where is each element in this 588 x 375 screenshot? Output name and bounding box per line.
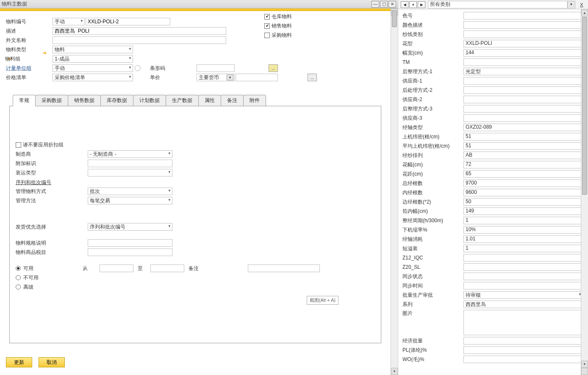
- tab-inventory[interactable]: 库存数据: [100, 95, 133, 106]
- addl-id-input[interactable]: [88, 160, 172, 167]
- attr-value-input[interactable]: XXLD-POLI: [463, 40, 584, 47]
- ship-priority-select[interactable]: 序列和批次编号▼: [88, 223, 172, 231]
- attr-value-input[interactable]: [463, 254, 584, 262]
- tab-purchase[interactable]: 采购数据: [35, 95, 68, 106]
- tab-attachments[interactable]: 附件: [243, 95, 266, 106]
- attr-value-input[interactable]: 9700: [463, 179, 584, 187]
- minimize-button[interactable]: —: [372, 1, 379, 8]
- attr-value-input[interactable]: [463, 86, 584, 94]
- label-uom-group[interactable]: 计量单位组: [6, 65, 53, 72]
- scroll-thumb[interactable]: [392, 10, 397, 27]
- attr-value-input[interactable]: [463, 21, 584, 29]
- attr-value-input[interactable]: [463, 96, 584, 103]
- attr-value-input[interactable]: [463, 356, 584, 363]
- right-scrollbar[interactable]: ▲ ▼: [581, 9, 588, 375]
- attr-row: 经轴消耗1.01: [401, 234, 585, 244]
- warehouse-checkbox[interactable]: [264, 14, 270, 19]
- scroll-down-icon[interactable]: ▼: [581, 361, 588, 368]
- attr-value-input[interactable]: [463, 30, 584, 38]
- sales-checkbox[interactable]: [264, 23, 270, 29]
- no-discount-checkbox[interactable]: [16, 142, 21, 148]
- material-group-link-icon[interactable]: ➔: [42, 50, 47, 56]
- scroll-up-icon[interactable]: ▲: [581, 9, 588, 17]
- uom-indicator-icon[interactable]: [135, 65, 141, 71]
- attr-value-input[interactable]: 光定型: [463, 68, 584, 75]
- manage-method-select[interactable]: 每笔交易▼: [88, 197, 172, 204]
- material-no-input[interactable]: [86, 18, 170, 25]
- left-scrollbar[interactable]: ▲ ▼: [391, 8, 398, 375]
- radio-unavailable[interactable]: [16, 275, 21, 280]
- nav-next-button[interactable]: ▶: [418, 1, 425, 8]
- material-group-select[interactable]: 1-成品▼: [53, 55, 133, 63]
- size-grip-icon[interactable]: [581, 368, 588, 375]
- attr-value-input[interactable]: [463, 310, 584, 335]
- attr-value-input[interactable]: 65: [463, 170, 584, 178]
- attr-value-input[interactable]: AB: [463, 152, 584, 159]
- manage-by-select[interactable]: 批次▼: [88, 188, 172, 195]
- attr-value-input[interactable]: [463, 114, 584, 122]
- attr-value-input[interactable]: 待审核▼: [463, 291, 584, 299]
- update-button[interactable]: 更新: [6, 357, 32, 367]
- close-button[interactable]: ✕: [388, 1, 396, 8]
- barcode-input[interactable]: [197, 64, 235, 72]
- to-input[interactable]: [150, 265, 184, 272]
- unit-price-input[interactable]: [236, 74, 278, 81]
- tab-production[interactable]: 生产数据: [166, 95, 199, 106]
- attr-value-input[interactable]: 51: [463, 142, 584, 150]
- attr-value-input[interactable]: 西西里岛: [463, 301, 584, 308]
- tab-planning[interactable]: 计划数据: [133, 95, 166, 106]
- attr-value-input[interactable]: [463, 58, 584, 66]
- attr-value-input[interactable]: 149: [463, 207, 584, 215]
- tab-remarks[interactable]: 备注: [221, 95, 244, 106]
- attr-row: 整经周期(h/300m)1: [401, 216, 585, 225]
- scroll-down-icon[interactable]: ▼: [391, 368, 398, 375]
- tab-attributes[interactable]: 属性: [198, 95, 221, 106]
- barcode-lookup-button[interactable]: ...: [269, 64, 278, 72]
- from-input[interactable]: [100, 265, 133, 272]
- price-list-select[interactable]: 采购价格清单▼: [53, 74, 133, 81]
- attr-value-input[interactable]: 72: [463, 161, 584, 168]
- label-manage-method: 管理方法: [16, 197, 88, 204]
- attr-value-input[interactable]: [463, 77, 584, 85]
- radio-advanced[interactable]: [16, 284, 21, 290]
- attr-value-input[interactable]: [463, 263, 584, 271]
- uom-group-select[interactable]: 手动▼: [53, 64, 133, 72]
- attr-value-input[interactable]: 10%: [463, 226, 584, 234]
- attr-value-input[interactable]: [463, 282, 584, 290]
- tab-general[interactable]: 常规: [13, 95, 36, 106]
- purchase-checkbox[interactable]: [264, 33, 270, 38]
- attr-value-input[interactable]: 9600: [463, 189, 584, 196]
- tab-sales[interactable]: 销售数据: [68, 95, 101, 106]
- currency-select[interactable]: 主要货币▼: [197, 74, 235, 81]
- clear-filter-button[interactable]: X: [578, 1, 585, 8]
- attr-value-input[interactable]: 50: [463, 198, 584, 206]
- attr-value-input[interactable]: GXZ02-089: [463, 124, 584, 131]
- manufacturer-select[interactable]: - 无制造商 -▼: [88, 150, 172, 158]
- desc-input[interactable]: [53, 27, 226, 35]
- attr-value-input[interactable]: 1.01: [463, 235, 584, 243]
- nav-first-button[interactable]: ◀: [401, 1, 408, 8]
- attr-value-input[interactable]: 1: [463, 245, 584, 252]
- price-more-button[interactable]: ...: [308, 74, 317, 81]
- attr-value-input[interactable]: [463, 337, 584, 345]
- scroll-thumb[interactable]: [582, 17, 587, 195]
- cancel-button[interactable]: 取消: [39, 357, 65, 367]
- attr-value-input[interactable]: [463, 12, 584, 19]
- radio-available[interactable]: [16, 266, 21, 271]
- remark-input[interactable]: [248, 265, 320, 272]
- nav-prev-button[interactable]: ▾: [409, 1, 417, 8]
- category-dropdown[interactable]: 所有类别▼: [428, 1, 575, 8]
- attr-value-input[interactable]: 51: [463, 133, 584, 141]
- attr-value-input[interactable]: [463, 346, 584, 354]
- maximize-button[interactable]: ▢: [380, 1, 388, 8]
- attr-value-input[interactable]: 1: [463, 217, 584, 224]
- material-no-mode-select[interactable]: 手动▼: [53, 18, 85, 25]
- ship-type-select[interactable]: ▼: [88, 169, 172, 176]
- material-type-select[interactable]: 物料▼: [53, 46, 133, 53]
- foreign-name-input[interactable]: [53, 36, 226, 44]
- spec-desc-input[interactable]: [88, 239, 172, 247]
- attr-value-input[interactable]: 144: [463, 49, 584, 57]
- tax-item-input[interactable]: [88, 248, 172, 256]
- attr-value-input[interactable]: [463, 105, 584, 113]
- attr-value-input[interactable]: [463, 273, 584, 280]
